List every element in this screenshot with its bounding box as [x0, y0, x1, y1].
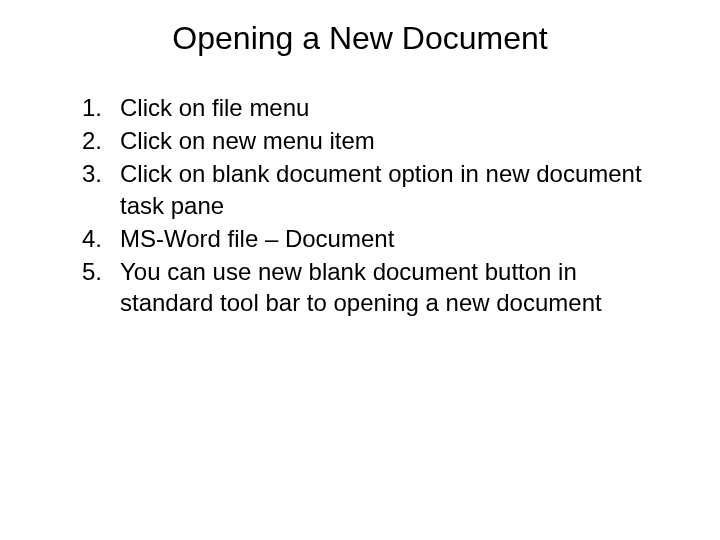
- list-item: 1. Click on file menu: [70, 92, 650, 123]
- list-item: 2. Click on new menu item: [70, 125, 650, 156]
- slide: Opening a New Document 1. Click on file …: [0, 0, 720, 540]
- list-text: Click on new menu item: [120, 125, 650, 156]
- list-text: Click on blank document option in new do…: [120, 158, 650, 220]
- list-text: Click on file menu: [120, 92, 650, 123]
- list-text: MS-Word file – Document: [120, 223, 650, 254]
- list-text: You can use new blank document button in…: [120, 256, 650, 318]
- instruction-list: 1. Click on file menu 2. Click on new me…: [40, 92, 680, 318]
- list-item: 5. You can use new blank document button…: [70, 256, 650, 318]
- list-number: 4.: [70, 223, 120, 254]
- slide-title: Opening a New Document: [80, 20, 640, 57]
- list-number: 1.: [70, 92, 120, 123]
- list-item: 4. MS-Word file – Document: [70, 223, 650, 254]
- list-item: 3. Click on blank document option in new…: [70, 158, 650, 220]
- list-number: 3.: [70, 158, 120, 189]
- list-number: 2.: [70, 125, 120, 156]
- list-number: 5.: [70, 256, 120, 287]
